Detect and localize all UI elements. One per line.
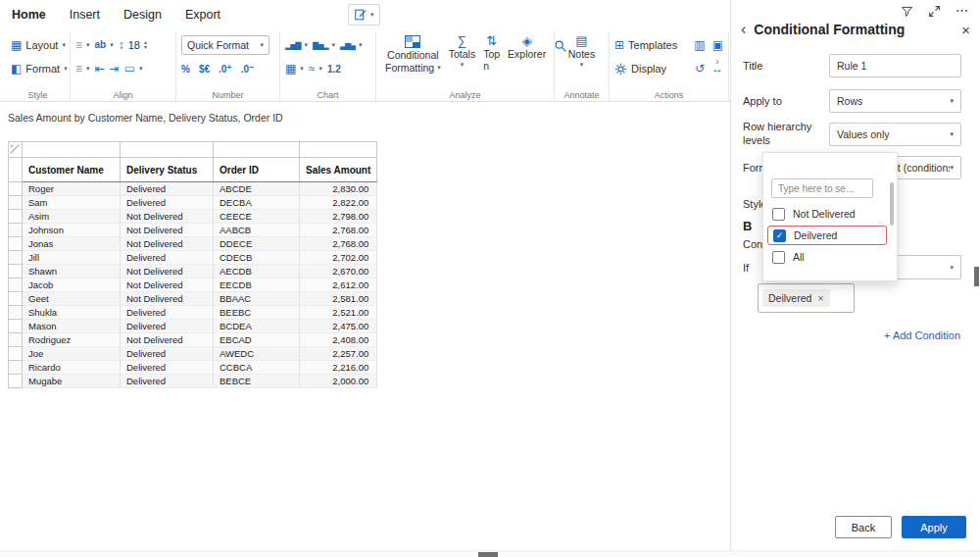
- table-view-button[interactable]: ▦▾: [285, 57, 304, 80]
- table-row[interactable]: RogerDeliveredABCDE2,830.00: [9, 182, 377, 196]
- more-options-icon[interactable]: ⋯: [956, 6, 968, 16]
- close-icon[interactable]: ×: [961, 22, 970, 38]
- back-chevron-icon[interactable]: ‹: [741, 21, 746, 38]
- popup-option[interactable]: All: [767, 247, 887, 267]
- tab-export[interactable]: Export: [173, 0, 232, 29]
- bar-chart-button[interactable]: ▂▅▇▾: [285, 33, 308, 57]
- wrap-text-button[interactable]: ab ▾: [95, 33, 114, 57]
- filter-icon[interactable]: [901, 5, 913, 18]
- column-header[interactable]: Delivery Status: [121, 158, 214, 182]
- layout-button[interactable]: ▦ Layout ▾: [11, 33, 65, 57]
- table-row[interactable]: ShuklaDeliveredBEEBC2,521.00: [9, 306, 377, 320]
- combo-chart-button[interactable]: ▃▆▄▾: [340, 33, 363, 57]
- vertical-scroll-thumb[interactable]: [974, 267, 979, 286]
- horizontal-scroll-thumb[interactable]: [478, 552, 498, 557]
- row-handle[interactable]: [9, 182, 23, 196]
- grid-cell[interactable]: [121, 142, 214, 158]
- table-row[interactable]: MasonDeliveredBCDEA2,475.00: [9, 320, 377, 333]
- table-row[interactable]: JonasNot DeliveredDDECE2,768.00: [9, 237, 377, 251]
- table-row[interactable]: MugabeDeliveredBEBCE2,000.00: [9, 375, 377, 388]
- number-format-button[interactable]: 1.2: [327, 64, 341, 75]
- grid-cell[interactable]: [214, 142, 300, 158]
- freeze-panes-icon[interactable]: ▣: [712, 39, 723, 51]
- undo-icon[interactable]: ↺: [695, 63, 705, 75]
- indent-decrease-icon[interactable]: ⇤: [95, 63, 105, 75]
- data-table[interactable]: Customer Name Delivery Status Order ID S…: [8, 141, 377, 388]
- bold-button[interactable]: B: [743, 216, 760, 235]
- indent-increase-icon[interactable]: ⇥: [110, 63, 120, 75]
- row-handle[interactable]: [9, 210, 23, 224]
- row-handle[interactable]: [9, 306, 23, 320]
- back-button[interactable]: Back: [835, 516, 892, 538]
- row-handle[interactable]: [9, 347, 23, 361]
- popup-option[interactable]: ✓Deilvered: [767, 226, 887, 245]
- columns-icon[interactable]: ▥: [694, 39, 705, 51]
- row-handle[interactable]: [9, 278, 23, 292]
- canvas-corner-cell[interactable]: [9, 142, 23, 158]
- row-handle[interactable]: [9, 375, 23, 388]
- table-row[interactable]: ShawnNot DeliveredAECDB2,670.00: [9, 265, 377, 278]
- table-row[interactable]: JoeDeliveredAWEDC2,257.00: [9, 347, 377, 361]
- table-row[interactable]: JillDeliveredCDECB2,702.00: [9, 251, 377, 265]
- row-handle[interactable]: [9, 320, 23, 333]
- decimal-increase-icon[interactable]: .0⁺: [219, 64, 232, 75]
- report-canvas[interactable]: Sales Amount by Customer Name, Delivery …: [0, 102, 730, 549]
- table-row[interactable]: RodriguezNot DeliveredEBCAD2,408.00: [9, 333, 377, 347]
- checkbox[interactable]: ✓: [773, 229, 786, 242]
- stepper-arrows[interactable]: ▴▾: [144, 40, 147, 50]
- horizontal-scrollbar[interactable]: [0, 550, 980, 557]
- table-row[interactable]: SamDeliveredDECBA2,822.00: [9, 196, 377, 210]
- row-handle[interactable]: [9, 361, 23, 375]
- display-button[interactable]: Display: [614, 57, 666, 80]
- row-handle[interactable]: [9, 292, 23, 306]
- tab-insert[interactable]: Insert: [58, 0, 112, 29]
- report-edit-button[interactable]: ▾: [348, 4, 380, 25]
- row-handle[interactable]: [9, 196, 23, 210]
- column-header[interactable]: Order ID: [214, 158, 300, 182]
- row-handle[interactable]: [9, 237, 23, 251]
- format-button[interactable]: ◧ Format ▾: [11, 57, 65, 80]
- tab-design[interactable]: Design: [112, 0, 173, 29]
- apply-button[interactable]: Apply: [902, 516, 966, 538]
- condition-value-well[interactable]: Deilvered ×: [758, 283, 855, 313]
- table-row[interactable]: JohnsonNot DeliveredAABCB2,768.00: [9, 224, 377, 237]
- totals-button[interactable]: ∑ Totals ▾: [445, 33, 479, 71]
- templates-button[interactable]: ⊞ Templates: [614, 33, 677, 57]
- table-row[interactable]: AsimNot DeliveredCEECE2,798.00: [9, 210, 377, 224]
- grid-cell[interactable]: [300, 142, 377, 158]
- popup-option[interactable]: Not Delivered: [767, 204, 887, 224]
- top-n-button[interactable]: ⇅ Top n: [479, 33, 504, 74]
- notes-button[interactable]: ▤ Notes ▾: [560, 33, 604, 71]
- row-handle[interactable]: [9, 333, 23, 347]
- row-height-stepper[interactable]: ↕ 18 ▴▾: [119, 33, 147, 57]
- rule-title-input[interactable]: [829, 54, 961, 77]
- spin-down-icon[interactable]: ▾: [144, 45, 147, 50]
- vertical-align-button[interactable]: ≡ ▾: [75, 57, 90, 80]
- column-header[interactable]: Customer Name: [23, 158, 121, 182]
- percent-format-icon[interactable]: %: [181, 64, 190, 75]
- popup-search-input[interactable]: [771, 178, 873, 198]
- quick-format-dropdown[interactable]: Quick Format ▾: [181, 35, 270, 55]
- table-row[interactable]: RicardoDeliveredCCBCA2,216.00: [9, 361, 377, 375]
- table-row[interactable]: JacobNot DeliveredEECDB2,612.00: [9, 278, 377, 292]
- row-handle[interactable]: [9, 251, 23, 265]
- checkbox[interactable]: [772, 208, 785, 221]
- conditional-formatting-button[interactable]: Conditional Formatting▾: [381, 33, 445, 76]
- add-condition-link[interactable]: + Add Condition: [884, 329, 960, 341]
- explorer-button[interactable]: ◈ Explorer: [504, 33, 550, 62]
- sparkline-button[interactable]: ≈▾: [309, 57, 322, 80]
- expand-icon[interactable]: [928, 5, 941, 18]
- popup-scrollbar[interactable]: [890, 182, 894, 226]
- apply-to-dropdown[interactable]: Rows ▾: [829, 89, 961, 113]
- grid-cell[interactable]: [23, 142, 121, 158]
- row-handle[interactable]: [9, 265, 23, 278]
- decimal-decrease-icon[interactable]: .0⁻: [241, 64, 255, 75]
- column-header[interactable]: Sales Amount: [300, 158, 377, 182]
- table-row[interactable]: GeetNot DeliveredBBAAC2,581.00: [9, 292, 377, 306]
- tab-home[interactable]: Home: [0, 0, 58, 29]
- column-chart-button[interactable]: ▇▅▂▾: [313, 33, 335, 57]
- chip-remove-icon[interactable]: ×: [817, 292, 823, 304]
- text-align-button[interactable]: ≡ ▾: [75, 33, 90, 57]
- currency-format-icon[interactable]: $€: [199, 64, 210, 75]
- row-hierarchy-dropdown[interactable]: Values only ▾: [829, 123, 961, 146]
